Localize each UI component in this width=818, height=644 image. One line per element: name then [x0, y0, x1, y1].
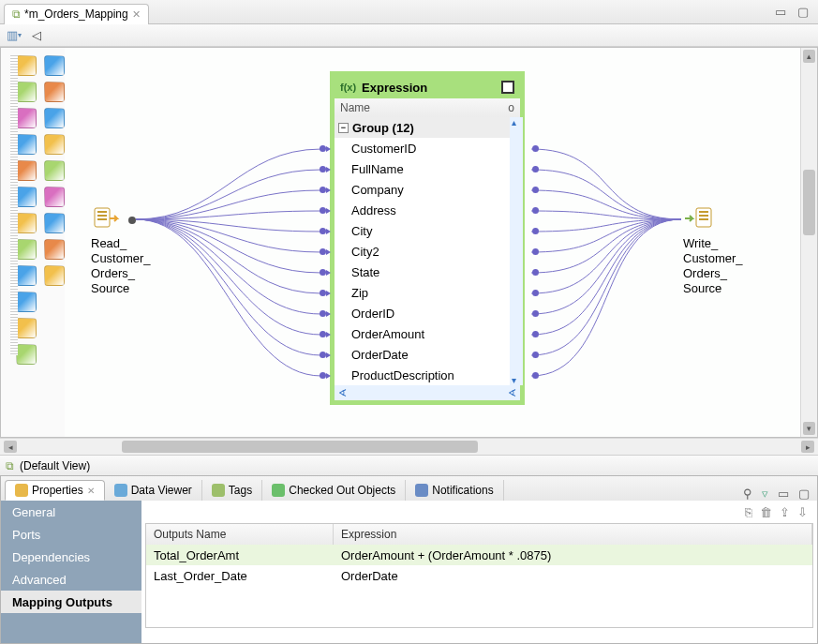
scroll-up-icon[interactable]: ▴	[512, 117, 516, 127]
output-port[interactable]	[532, 145, 539, 152]
properties-vtab[interactable]: Dependencies	[1, 546, 141, 568]
expression-field[interactable]: ProductDescription	[335, 365, 520, 385]
expression-field[interactable]: Zip	[335, 282, 520, 303]
output-expr-cell[interactable]: OrderDate	[334, 565, 812, 586]
input-port[interactable]	[320, 207, 326, 214]
hscroll-left-icon[interactable]: ◂	[4, 441, 17, 453]
vscroll-down-icon[interactable]: ▾	[803, 422, 815, 435]
palette-tool-icon[interactable]	[44, 55, 65, 76]
output-port[interactable]	[532, 207, 539, 214]
palette-tool-icon[interactable]	[16, 108, 37, 128]
output-port[interactable]	[532, 290, 539, 296]
palette-tool-icon[interactable]	[44, 82, 65, 102]
palette-tool-icon[interactable]	[44, 160, 65, 181]
expression-field[interactable]: City2	[335, 241, 520, 262]
hscroll-right-icon[interactable]: ▸	[801, 441, 814, 453]
output-name-cell[interactable]: Total_OrderAmt	[146, 545, 334, 565]
canvas-back-button[interactable]: ◁	[28, 27, 45, 44]
bottom-tab[interactable]: Data Viewer	[105, 480, 202, 501]
expression-field[interactable]: OrderID	[335, 303, 520, 323]
scroll-down-icon[interactable]: ▾	[512, 375, 516, 385]
output-port[interactable]	[532, 166, 539, 172]
palette-tool-icon[interactable]	[44, 108, 65, 128]
palette-tool-icon[interactable]	[16, 82, 37, 102]
expression-field[interactable]: FullName	[335, 158, 520, 179]
bottom-tab[interactable]: Notifications	[406, 480, 503, 501]
input-port[interactable]	[320, 331, 326, 337]
palette-tool-icon[interactable]	[44, 318, 65, 338]
palette-tool-icon[interactable]	[16, 160, 37, 181]
expression-titlebar[interactable]: f(x) Expression	[335, 76, 520, 98]
palette-tool-icon[interactable]	[16, 239, 37, 260]
palette-tool-icon[interactable]	[16, 134, 37, 155]
delete-icon[interactable]: 🗑	[760, 505, 772, 519]
expression-field[interactable]: OrderAmount	[335, 323, 520, 344]
input-port[interactable]	[320, 290, 326, 296]
expression-hscroll[interactable]: ∢ ∢	[335, 385, 520, 400]
palette-tool-icon[interactable]	[16, 55, 37, 76]
grid-row[interactable]: Total_OrderAmtOrderAmount + (OrderAmount…	[146, 545, 812, 565]
close-tab-icon[interactable]: ✕	[87, 486, 95, 496]
palette-tool-icon[interactable]	[44, 344, 65, 365]
expression-vscroll[interactable]: ▴ ▾	[510, 117, 523, 385]
mapping-canvas[interactable]: Read_Customer_Orders_Source Write_Custom…	[65, 48, 800, 437]
palette-tool-icon[interactable]	[44, 292, 65, 312]
output-port[interactable]	[532, 372, 539, 379]
grid-header-name[interactable]: Outputs Name	[146, 524, 334, 545]
properties-vtab[interactable]: Mapping Outputs	[1, 591, 141, 613]
input-port[interactable]	[320, 269, 326, 276]
palette-tool-icon[interactable]	[16, 292, 37, 312]
expression-transformation[interactable]: f(x) Expression Name o − Group (12) Cust…	[330, 71, 525, 405]
output-port[interactable]	[532, 352, 539, 358]
input-port[interactable]	[320, 228, 326, 234]
palette-tool-icon[interactable]	[16, 318, 37, 338]
palette-grip[interactable]	[10, 55, 18, 355]
palette-tool-icon[interactable]	[44, 239, 65, 260]
grid-empty-row[interactable]	[146, 586, 812, 607]
properties-vtab[interactable]: Advanced	[1, 568, 141, 591]
canvas-vscroll[interactable]: ▴ ▾	[800, 48, 817, 437]
input-port[interactable]	[320, 166, 326, 172]
view-menu-icon[interactable]: ▿	[762, 487, 768, 501]
panel-minimize-icon[interactable]: ▭	[778, 487, 789, 501]
grid-header-expr[interactable]: Expression	[334, 524, 812, 545]
properties-vtab[interactable]: General	[1, 501, 141, 523]
panel-maximize-icon[interactable]: ▢	[798, 487, 810, 501]
palette-tool-icon[interactable]	[16, 265, 37, 286]
properties-vtab[interactable]: Ports	[1, 523, 141, 546]
output-name-cell[interactable]: Last_Order_Date	[146, 565, 334, 586]
target-node[interactable]: Write_Customer_Orders_Source	[683, 205, 743, 296]
bottom-tab[interactable]: Tags	[202, 480, 262, 501]
input-port[interactable]	[320, 372, 326, 379]
output-port[interactable]	[532, 248, 539, 255]
default-view-label[interactable]: (Default View)	[20, 459, 90, 472]
output-port[interactable]	[532, 187, 539, 193]
scroll-left-icon[interactable]: ∢	[338, 387, 347, 399]
maximize-icon[interactable]: ▢	[797, 5, 809, 19]
import-icon[interactable]: ⇩	[797, 505, 808, 519]
scroll-right-icon[interactable]: ∢	[508, 387, 516, 399]
grid-empty-row[interactable]	[146, 607, 812, 627]
vscroll-thumb[interactable]	[803, 170, 815, 235]
expression-field[interactable]: Address	[335, 200, 520, 220]
grid-row[interactable]: Last_Order_DateOrderDate	[146, 565, 812, 586]
bottom-tab[interactable]: Properties✕	[5, 480, 105, 501]
collapse-icon[interactable]: −	[338, 123, 349, 133]
input-port[interactable]	[320, 248, 326, 255]
output-port[interactable]	[532, 228, 539, 234]
palette-tool-icon[interactable]	[16, 344, 37, 365]
source-port[interactable]	[128, 217, 136, 224]
palette-tool-icon[interactable]	[16, 187, 37, 207]
export-icon[interactable]: ⇪	[780, 505, 790, 519]
palette-tool-icon[interactable]	[44, 213, 65, 233]
expression-field[interactable]: Company	[335, 179, 520, 200]
output-port[interactable]	[532, 310, 539, 317]
input-port[interactable]	[320, 187, 326, 193]
expression-group-row[interactable]: − Group (12)	[335, 117, 520, 138]
output-expr-cell[interactable]: OrderAmount + (OrderAmount * .0875)	[334, 545, 812, 565]
expression-field[interactable]: City	[335, 220, 520, 241]
expression-field[interactable]: OrderDate	[335, 344, 520, 365]
expression-field[interactable]: State	[335, 262, 520, 282]
input-port[interactable]	[320, 310, 326, 317]
output-port[interactable]	[532, 269, 539, 276]
